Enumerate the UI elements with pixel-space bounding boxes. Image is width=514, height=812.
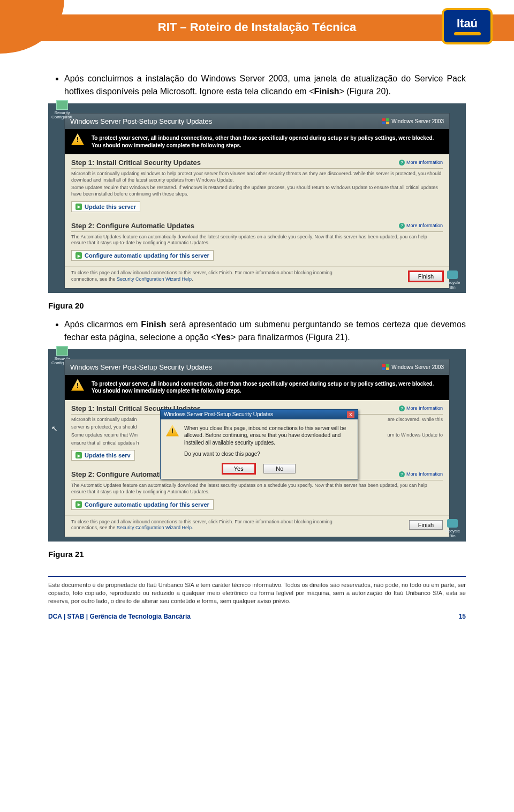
warning-icon: ! bbox=[71, 133, 84, 145]
help-icon: ? bbox=[399, 223, 405, 229]
recycle-bin-icon: Recycle Bin bbox=[444, 270, 460, 290]
itau-logo: Itaú bbox=[442, 8, 493, 44]
more-info-link[interactable]: ?More Information bbox=[399, 471, 443, 477]
paragraph-2: Após clicarmos em Finish será apresentad… bbox=[64, 318, 466, 344]
more-info-link[interactable]: ?More Information bbox=[399, 405, 443, 411]
arrow-icon: ▸ bbox=[75, 501, 82, 508]
screenshot-figura-20: Security Configurati... Windows Server P… bbox=[48, 103, 466, 293]
arrow-icon: ▸ bbox=[75, 252, 82, 259]
help-icon: ? bbox=[399, 471, 405, 477]
wizard-help-link[interactable]: Security Configuration Wizard Help bbox=[117, 525, 192, 530]
recycle-bin-icon: Recycle Bin bbox=[444, 519, 460, 538]
header: RIT – Roteiro de Instalação Técnica Itaú bbox=[0, 0, 514, 54]
warning-banner: ! To protect your server, all inbound co… bbox=[65, 375, 449, 400]
finish-button[interactable]: Finish bbox=[409, 272, 443, 281]
security-config-icon: Security Configurati... bbox=[51, 100, 73, 116]
doc-title: RIT – Roteiro de Instalação Técnica bbox=[0, 20, 514, 34]
footer-left: DCA | STAB | Gerência de Tecnologia Banc… bbox=[48, 613, 191, 620]
figure-21-label: Figura 21 bbox=[48, 550, 466, 559]
no-button[interactable]: No bbox=[263, 464, 296, 473]
finish-button[interactable]: Finish bbox=[409, 520, 443, 530]
confirm-close-dialog: Windows Server Post-Setup Security Updat… bbox=[160, 409, 358, 479]
configure-updates-button[interactable]: ▸Configure automatic updating for this s… bbox=[71, 499, 214, 510]
cursor-icon: ↖ bbox=[51, 424, 58, 433]
arrow-icon: ▸ bbox=[75, 204, 82, 210]
window-titlebar: Windows Server Post-Setup Security Updat… bbox=[65, 359, 449, 375]
help-icon: ? bbox=[399, 160, 405, 166]
warning-icon: ! bbox=[71, 379, 84, 391]
help-icon: ? bbox=[399, 405, 405, 411]
more-info-link[interactable]: ?More Information bbox=[399, 223, 443, 229]
warning-icon: ! bbox=[166, 425, 179, 437]
step1-title: Step 1: Install Critical Security Update… bbox=[71, 159, 201, 167]
close-icon[interactable]: X bbox=[347, 411, 354, 418]
windows-flag-icon bbox=[382, 364, 389, 370]
step2-title: Step 2: Configure Automatic Updates bbox=[71, 222, 194, 230]
figure-20-label: Figura 20 bbox=[48, 301, 466, 310]
footer-disclaimer: Este documento é de propriedade do Itaú … bbox=[48, 581, 466, 605]
more-info-link[interactable]: ?More Information bbox=[399, 160, 443, 166]
configure-updates-button[interactable]: ▸Configure automatic updating for this s… bbox=[71, 250, 214, 261]
windows-flag-icon bbox=[382, 118, 389, 124]
paragraph-1: Após concluirmos a instalação do Windows… bbox=[64, 72, 466, 98]
wizard-help-link[interactable]: Security Configuration Wizard Help bbox=[117, 276, 192, 282]
update-server-button[interactable]: ▸Update this serv bbox=[71, 450, 135, 461]
dialog-title: Windows Server Post-Setup Security Updat… bbox=[164, 411, 273, 417]
warning-banner: ! To protect your server, all inbound co… bbox=[65, 129, 449, 154]
window-titlebar: Windows Server Post-Setup Security Updat… bbox=[65, 114, 449, 129]
update-server-button[interactable]: ▸Update this server bbox=[71, 201, 140, 212]
screenshot-figura-21: Security Configurati... ↖ Windows Server… bbox=[48, 349, 466, 542]
arrow-icon: ▸ bbox=[75, 452, 82, 458]
page-number: 15 bbox=[459, 613, 466, 620]
yes-button[interactable]: Yes bbox=[223, 464, 255, 473]
